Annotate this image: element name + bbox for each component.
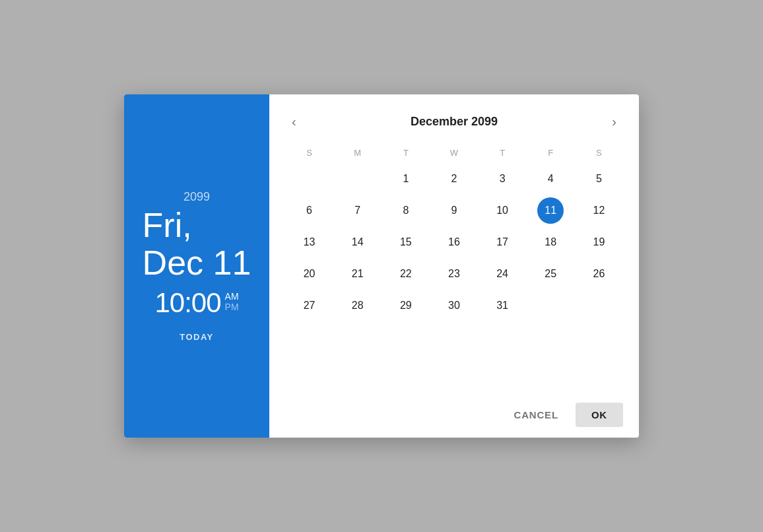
day-21[interactable]: 21 bbox=[345, 261, 371, 287]
selected-day-abbr: Fri, Dec 11 bbox=[143, 207, 251, 282]
week-row-2: 6 7 8 9 10 11 12 bbox=[285, 196, 623, 225]
pm-option[interactable]: PM bbox=[225, 302, 239, 312]
day-full: Dec 11 bbox=[143, 244, 251, 282]
day-10[interactable]: 10 bbox=[489, 197, 515, 224]
day-abbr: Fri, bbox=[143, 206, 192, 244]
today-label: TODAY bbox=[180, 332, 214, 342]
day-4[interactable]: 4 bbox=[537, 166, 564, 192]
am-option[interactable]: AM bbox=[225, 291, 239, 302]
week-row-1: 1 2 3 4 5 bbox=[285, 164, 623, 193]
day-1[interactable]: 1 bbox=[393, 166, 419, 192]
day-empty bbox=[537, 292, 564, 319]
time-display: 10:00 AM PM bbox=[154, 287, 238, 319]
day-16[interactable]: 16 bbox=[441, 229, 467, 255]
day-31[interactable]: 31 bbox=[489, 292, 515, 319]
day-19[interactable]: 19 bbox=[585, 229, 612, 255]
date-picker-dialog: 2099 Fri, Dec 11 10:00 AM PM TODAY ‹ Dec… bbox=[124, 94, 639, 438]
day-2[interactable]: 2 bbox=[441, 166, 467, 192]
day-empty bbox=[296, 166, 323, 192]
day-25[interactable]: 25 bbox=[537, 261, 564, 287]
day-9[interactable]: 9 bbox=[441, 197, 467, 224]
day-18[interactable]: 18 bbox=[537, 229, 564, 255]
selected-year: 2099 bbox=[183, 190, 210, 204]
day-15[interactable]: 15 bbox=[393, 229, 419, 255]
prev-month-button[interactable]: ‹ bbox=[285, 110, 303, 133]
week-row-4: 20 21 22 23 24 25 26 bbox=[285, 259, 623, 288]
day-22[interactable]: 22 bbox=[393, 261, 419, 287]
day-6[interactable]: 6 bbox=[296, 197, 323, 224]
calendar-grid: S M T W T F S 1 2 3 4 5 6 7 bbox=[285, 144, 623, 323]
day-17[interactable]: 17 bbox=[489, 229, 515, 255]
day-11-selected[interactable]: 11 bbox=[537, 197, 564, 224]
day-26[interactable]: 26 bbox=[585, 261, 612, 287]
cancel-button[interactable]: CANCEL bbox=[502, 403, 570, 427]
day-23[interactable]: 23 bbox=[441, 261, 467, 287]
month-year-label: December 2099 bbox=[411, 115, 498, 129]
dow-sat: S bbox=[575, 144, 623, 162]
days-of-week-row: S M T W T F S bbox=[285, 144, 623, 162]
dow-tue: T bbox=[382, 144, 430, 162]
dow-mon: M bbox=[333, 144, 382, 162]
dow-fri: F bbox=[527, 144, 575, 162]
dow-thu: T bbox=[479, 144, 527, 162]
week-row-3: 13 14 15 16 17 18 19 bbox=[285, 228, 623, 257]
day-3[interactable]: 3 bbox=[489, 166, 515, 192]
ampm-selector: AM PM bbox=[225, 291, 239, 312]
day-28[interactable]: 28 bbox=[345, 292, 371, 319]
day-5[interactable]: 5 bbox=[585, 166, 612, 192]
day-29[interactable]: 29 bbox=[393, 292, 419, 319]
dow-sun: S bbox=[285, 144, 333, 162]
day-8[interactable]: 8 bbox=[393, 197, 419, 224]
day-12[interactable]: 12 bbox=[585, 197, 612, 224]
next-month-button[interactable]: › bbox=[605, 110, 623, 133]
day-20[interactable]: 20 bbox=[296, 261, 323, 287]
ok-button[interactable]: OK bbox=[576, 403, 623, 427]
day-30[interactable]: 30 bbox=[441, 292, 467, 319]
date-header-panel: 2099 Fri, Dec 11 10:00 AM PM TODAY bbox=[124, 94, 269, 438]
day-empty bbox=[345, 166, 371, 192]
day-27[interactable]: 27 bbox=[296, 292, 323, 319]
day-empty bbox=[585, 292, 612, 319]
week-row-5: 27 28 29 30 31 bbox=[285, 291, 623, 320]
time-value: 10:00 bbox=[154, 287, 220, 319]
day-7[interactable]: 7 bbox=[345, 197, 371, 224]
day-14[interactable]: 14 bbox=[345, 229, 371, 255]
calendar-panel: ‹ December 2099 › S M T W T F S 1 2 3 bbox=[269, 94, 639, 438]
dow-wed: W bbox=[430, 144, 478, 162]
day-13[interactable]: 13 bbox=[296, 229, 323, 255]
day-24[interactable]: 24 bbox=[489, 261, 515, 287]
dialog-actions: CANCEL OK bbox=[285, 392, 623, 427]
calendar-header: ‹ December 2099 › bbox=[285, 110, 623, 133]
